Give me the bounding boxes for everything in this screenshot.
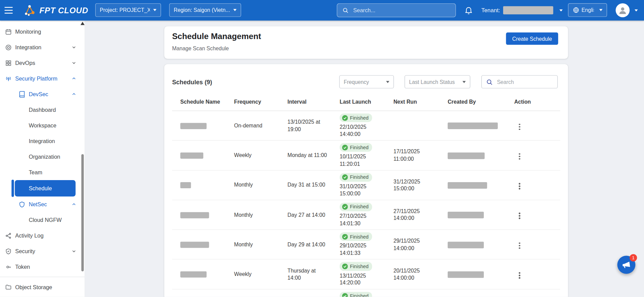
- globe-icon: [572, 6, 579, 14]
- announcements-fab[interactable]: 1: [617, 256, 635, 274]
- sidebar-item-security[interactable]: Security: [0, 243, 85, 259]
- redacted-created-by: [448, 271, 484, 278]
- more-actions-button[interactable]: [517, 152, 522, 161]
- sidebar-item-activity-log[interactable]: Activity Log: [0, 228, 85, 243]
- sidebar-item-integration-sub[interactable]: Integration: [0, 133, 85, 149]
- logo-text: FPT CLOUD: [39, 5, 88, 15]
- table-row: On-demand 13/10/2025 at 19:00: [172, 111, 560, 141]
- frequency-filter[interactable]: Frequency: [339, 75, 394, 88]
- created-by-cell: [440, 270, 506, 278]
- column-header: Interval: [279, 99, 332, 105]
- project-selector[interactable]: Project: PROJECT_XPL...: [95, 3, 161, 17]
- scrollbar-thumb[interactable]: [81, 154, 84, 272]
- action-cell: [506, 179, 560, 191]
- notification-badge: 1: [630, 254, 637, 262]
- next-run-text: 31/12/2025 15:00:00: [393, 178, 430, 192]
- redacted-schedule-name: [180, 272, 206, 278]
- column-header: Frequency: [226, 99, 279, 105]
- status-badge-label: Finished: [350, 204, 369, 210]
- sidebar-item-team[interactable]: Team: [0, 164, 85, 180]
- table-row: Monthly Day 27 at 14:00: [172, 200, 560, 230]
- status-filter-placeholder: Last Launch Status: [409, 79, 459, 85]
- check-icon: [342, 204, 348, 210]
- sidebar-item-cloud-ngfw[interactable]: Cloud NGFW: [0, 212, 85, 228]
- more-actions-button[interactable]: [517, 122, 522, 132]
- table-search: [481, 75, 558, 88]
- chevron-up-icon: [71, 91, 77, 97]
- created-by-cell: [440, 241, 506, 248]
- sidebar-item-security-platform[interactable]: Security Platform: [0, 71, 85, 86]
- notifications-bell-icon[interactable]: [464, 6, 473, 15]
- status-badge-label: Finished: [350, 115, 369, 121]
- redacted-schedule-name: [180, 123, 206, 129]
- column-header: Last Launch: [331, 99, 385, 105]
- status-badge: Finished: [340, 203, 372, 211]
- sidebar-item-integration[interactable]: Integration: [0, 39, 85, 55]
- region-selector[interactable]: Region: Saigon (Vietn...: [169, 3, 241, 17]
- action-cell: [506, 239, 560, 250]
- sidebar-item-object-storage[interactable]: Object Storage: [0, 279, 85, 295]
- sidebar-item-devsec[interactable]: DevSec: [0, 86, 85, 102]
- sidebar-item-label: Cloud NGFW: [29, 217, 62, 223]
- user-menu[interactable]: [616, 3, 638, 17]
- check-icon: [342, 293, 348, 297]
- global-search-input[interactable]: [352, 7, 450, 14]
- netsec-icon: [18, 201, 25, 208]
- sidebar-item-label: NetSec: [29, 201, 47, 207]
- more-actions-button[interactable]: [517, 181, 522, 191]
- table-search-input[interactable]: [496, 78, 553, 85]
- chevron-down-icon: [71, 248, 77, 254]
- chevron-down-icon: [71, 45, 77, 50]
- sidebar-item-monitoring[interactable]: Monitoring: [0, 24, 85, 39]
- menu-icon[interactable]: [4, 7, 13, 14]
- last-launch-time: 13/11/2025 14:20:00: [340, 272, 379, 286]
- created-by-cell: [440, 211, 506, 218]
- chevron-down-icon: [153, 9, 157, 11]
- next-run-cell: 17/11/2025 11:00:00: [385, 148, 440, 162]
- status-badge-label: Finished: [350, 263, 369, 270]
- security-platform-icon: [5, 75, 12, 82]
- sidebar-item-schedule[interactable]: Schedule: [15, 180, 76, 196]
- sidebar-item-label: Team: [29, 169, 42, 175]
- page-header-card: Schedule Management Manage Scan Schedule…: [164, 26, 568, 59]
- scrollbar-up-arrow-icon[interactable]: [80, 22, 85, 25]
- status-badge: Finished: [340, 292, 372, 297]
- more-actions-button[interactable]: [517, 211, 522, 221]
- last-launch-cell: Finished 31/10/2025 15:00:00: [331, 171, 385, 200]
- next-run-text: 20/11/2025 14:00:00: [393, 267, 430, 281]
- redacted-created-by: [448, 152, 485, 159]
- more-actions-button[interactable]: [517, 270, 522, 280]
- interval-cell: Day 27 at 14:00: [279, 211, 329, 218]
- interval-text: Day 31 at 15:00: [288, 181, 325, 189]
- chevron-down-icon: [634, 9, 638, 11]
- last-launch-status-filter[interactable]: Last Launch Status: [405, 75, 471, 88]
- schedule-name-cell: [172, 241, 226, 248]
- status-badge-label: Finished: [350, 174, 369, 181]
- check-icon: [342, 234, 348, 240]
- language-selector[interactable]: English: [568, 3, 607, 17]
- chevron-down-icon: [559, 9, 563, 11]
- fpt-cloud-logo[interactable]: FPT CLOUD: [22, 3, 88, 18]
- schedule-name-cell: [172, 211, 226, 218]
- status-badge: Finished: [340, 173, 372, 182]
- region-selector-label: Region: Saigon (Vietn...: [174, 7, 230, 13]
- next-run-cell: [385, 122, 440, 129]
- sidebar-item-netsec[interactable]: NetSec: [0, 196, 85, 212]
- search-icon: [486, 78, 493, 85]
- last-launch-cell: Finished 10/11/2025 11:20:01: [331, 141, 385, 170]
- chevron-up-icon: [71, 202, 77, 207]
- sidebar-item-workspace[interactable]: Workspace: [0, 118, 85, 133]
- check-icon: [342, 145, 348, 151]
- tenant-selector[interactable]: Tenant:: [481, 0, 563, 20]
- last-launch-time: 31/10/2025 15:00:00: [340, 183, 379, 197]
- create-schedule-button[interactable]: Create Schedule: [506, 33, 558, 45]
- sidebar-item-dashboard[interactable]: Dashboard: [0, 102, 85, 118]
- chevron-down-icon: [71, 60, 77, 66]
- check-icon: [342, 115, 348, 121]
- status-badge-label: Finished: [350, 233, 369, 240]
- sidebar-item-devops[interactable]: DevOps: [0, 55, 85, 71]
- action-cell: [506, 209, 560, 221]
- sidebar-item-organization[interactable]: Organization: [0, 149, 85, 164]
- sidebar-item-token[interactable]: Token: [0, 259, 85, 275]
- more-actions-button[interactable]: [517, 241, 522, 250]
